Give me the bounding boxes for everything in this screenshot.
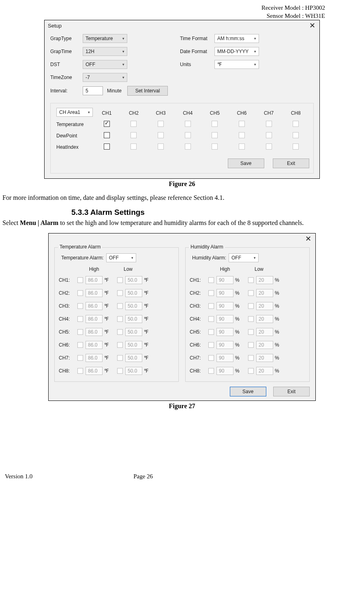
checkbox[interactable] <box>185 143 191 150</box>
close-icon[interactable]: ✕ <box>305 235 311 242</box>
low-value-input[interactable]: 50.0 <box>125 289 142 297</box>
exit-button[interactable]: Exit <box>273 387 310 396</box>
checkbox[interactable] <box>208 368 214 374</box>
checkbox[interactable] <box>77 355 83 361</box>
low-value-input[interactable]: 20 <box>256 289 273 297</box>
low-value-input[interactable]: 50.0 <box>125 341 142 349</box>
checkbox[interactable] <box>185 121 191 127</box>
checkbox[interactable] <box>239 143 245 150</box>
units-dropdown[interactable]: ℉ ▾ <box>214 60 259 69</box>
high-value-input[interactable]: 90 <box>216 328 233 336</box>
checkbox[interactable] <box>212 121 218 127</box>
low-value-input[interactable]: 50.0 <box>125 276 142 284</box>
checkbox[interactable] <box>117 303 123 309</box>
low-value-input[interactable]: 20 <box>256 276 273 284</box>
low-value-input[interactable]: 20 <box>256 354 273 362</box>
hum-alarm-dropdown[interactable]: OFF ▾ <box>229 253 259 262</box>
checkbox[interactable] <box>248 303 254 309</box>
set-interval-button[interactable]: Set Interval <box>127 86 168 96</box>
checkbox[interactable] <box>117 329 123 335</box>
checkbox[interactable] <box>248 290 254 296</box>
checkbox[interactable] <box>248 342 254 348</box>
high-value-input[interactable]: 86.0 <box>86 367 103 375</box>
high-value-input[interactable]: 86.0 <box>86 341 103 349</box>
checkbox[interactable] <box>117 277 123 283</box>
checkbox[interactable] <box>293 143 299 150</box>
low-value-input[interactable]: 50.0 <box>125 315 142 323</box>
checkbox[interactable] <box>266 143 272 150</box>
checkbox[interactable] <box>104 143 110 150</box>
checkbox[interactable] <box>77 303 83 309</box>
checkbox[interactable] <box>77 342 83 348</box>
checkbox[interactable] <box>77 329 83 335</box>
checkbox[interactable] <box>117 342 123 348</box>
timezone-dropdown[interactable]: -7 ▾ <box>83 73 127 82</box>
high-value-input[interactable]: 86.0 <box>86 276 103 284</box>
high-value-input[interactable]: 86.0 <box>86 315 103 323</box>
checkbox[interactable] <box>266 132 272 138</box>
high-value-input[interactable]: 90 <box>216 289 233 297</box>
checkbox[interactable] <box>117 355 123 361</box>
high-value-input[interactable]: 90 <box>216 354 233 362</box>
temp-alarm-dropdown[interactable]: OFF ▾ <box>106 253 136 262</box>
save-button[interactable]: Save <box>230 387 266 396</box>
checkbox[interactable] <box>158 143 164 150</box>
checkbox[interactable] <box>208 329 214 335</box>
checkbox[interactable] <box>77 368 83 374</box>
checkbox[interactable] <box>117 290 123 296</box>
ch-area-dropdown[interactable]: CH Area1 ▾ <box>56 108 93 117</box>
close-icon[interactable]: ✕ <box>309 22 315 29</box>
checkbox[interactable] <box>248 316 254 322</box>
checkbox[interactable] <box>131 143 137 150</box>
low-value-input[interactable]: 20 <box>256 302 273 310</box>
checkbox[interactable] <box>248 355 254 361</box>
low-value-input[interactable]: 20 <box>256 341 273 349</box>
checkbox[interactable] <box>117 368 123 374</box>
checkbox[interactable] <box>208 303 214 309</box>
checkbox[interactable] <box>208 277 214 283</box>
checkbox[interactable] <box>77 316 83 322</box>
high-value-input[interactable]: 86.0 <box>86 354 103 362</box>
dst-dropdown[interactable]: OFF ▾ <box>83 60 127 69</box>
checkbox[interactable] <box>248 368 254 374</box>
checkbox[interactable] <box>185 132 191 138</box>
checkbox[interactable] <box>104 132 110 138</box>
save-button[interactable]: Save <box>228 158 264 168</box>
grap-type-dropdown[interactable]: Temperature ▾ <box>83 34 127 43</box>
high-value-input[interactable]: 86.0 <box>86 302 103 310</box>
checkbox[interactable] <box>131 121 137 127</box>
checkbox[interactable] <box>208 355 214 361</box>
high-value-input[interactable]: 86.0 <box>86 289 103 297</box>
checkbox[interactable] <box>131 132 137 138</box>
checkbox[interactable] <box>158 121 164 127</box>
date-format-dropdown[interactable]: MM-DD-YYYY ▾ <box>214 47 259 56</box>
checkbox[interactable] <box>158 132 164 138</box>
low-value-input[interactable]: 20 <box>256 328 273 336</box>
checkbox[interactable] <box>104 121 110 127</box>
low-value-input[interactable]: 50.0 <box>125 302 142 310</box>
checkbox[interactable] <box>208 316 214 322</box>
low-value-input[interactable]: 20 <box>256 315 273 323</box>
checkbox[interactable] <box>239 132 245 138</box>
low-value-input[interactable]: 50.0 <box>125 367 142 375</box>
high-value-input[interactable]: 90 <box>216 302 233 310</box>
checkbox[interactable] <box>293 121 299 127</box>
checkbox[interactable] <box>77 277 83 283</box>
checkbox[interactable] <box>212 132 218 138</box>
checkbox[interactable] <box>117 316 123 322</box>
checkbox[interactable] <box>248 277 254 283</box>
grap-time-dropdown[interactable]: 12H ▾ <box>83 47 127 56</box>
interval-input[interactable]: 5 <box>83 86 103 95</box>
low-value-input[interactable]: 20 <box>256 367 273 375</box>
high-value-input[interactable]: 90 <box>216 367 233 375</box>
checkbox[interactable] <box>212 143 218 150</box>
checkbox[interactable] <box>208 342 214 348</box>
checkbox[interactable] <box>248 329 254 335</box>
checkbox[interactable] <box>77 290 83 296</box>
high-value-input[interactable]: 86.0 <box>86 328 103 336</box>
checkbox[interactable] <box>239 121 245 127</box>
high-value-input[interactable]: 90 <box>216 315 233 323</box>
time-format-dropdown[interactable]: AM h:mm:ss ▾ <box>214 34 259 43</box>
checkbox[interactable] <box>266 121 272 127</box>
high-value-input[interactable]: 90 <box>216 276 233 284</box>
